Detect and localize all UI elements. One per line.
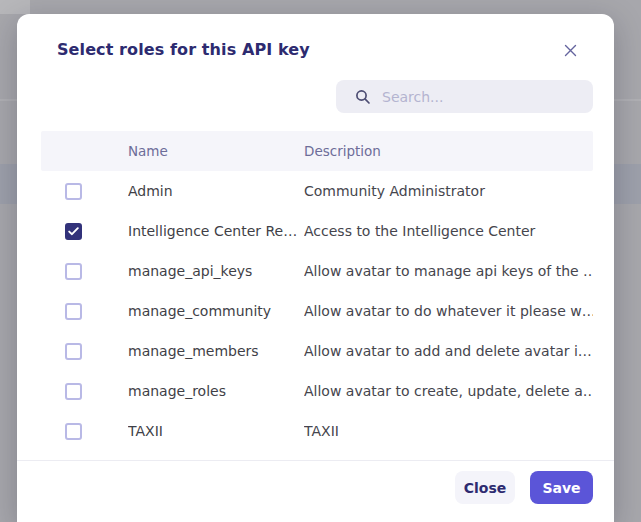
table-row: Intelligence Center Re… Access to the In… xyxy=(41,211,593,251)
role-checkbox[interactable] xyxy=(65,423,82,440)
save-button[interactable]: Save xyxy=(530,471,593,504)
table-header-row: Name Description xyxy=(41,131,593,171)
role-description: Allow avatar to manage api keys of the … xyxy=(304,263,593,279)
close-button[interactable]: Close xyxy=(455,471,515,504)
column-header-description: Description xyxy=(304,143,593,159)
role-name: TAXII xyxy=(128,423,304,439)
background-page-corner xyxy=(0,0,30,14)
role-description: Allow avatar to create, update, delete a… xyxy=(304,383,593,399)
role-checkbox[interactable] xyxy=(65,183,82,200)
role-name: manage_api_keys xyxy=(128,263,304,279)
table-row: manage_api_keys Allow avatar to manage a… xyxy=(41,251,593,291)
role-checkbox[interactable] xyxy=(65,223,82,240)
role-name: manage_members xyxy=(128,343,304,359)
close-dialog-button[interactable] xyxy=(559,39,581,61)
search-input[interactable] xyxy=(382,89,581,105)
column-header-name: Name xyxy=(128,143,304,159)
role-checkbox[interactable] xyxy=(65,263,82,280)
role-description: Community Administrator xyxy=(304,183,593,199)
role-name: Intelligence Center Re… xyxy=(128,223,304,239)
role-description: Access to the Intelligence Center xyxy=(304,223,593,239)
role-name: Admin xyxy=(128,183,304,199)
role-checkbox[interactable] xyxy=(65,343,82,360)
table-row: manage_roles Allow avatar to create, upd… xyxy=(41,371,593,411)
table-row: TAXII TAXII xyxy=(41,411,593,451)
role-checkbox[interactable] xyxy=(65,383,82,400)
table-row: manage_members Allow avatar to add and d… xyxy=(41,331,593,371)
checkmark-icon xyxy=(68,227,79,236)
search-icon xyxy=(355,89,382,105)
search-box xyxy=(336,80,593,113)
role-description: TAXII xyxy=(304,423,593,439)
role-description: Allow avatar to add and delete avatar i… xyxy=(304,343,593,359)
table-row: manage_community Allow avatar to do what… xyxy=(41,291,593,331)
table-body: Admin Community Administrator Intelligen… xyxy=(41,171,593,451)
select-roles-dialog: Select roles for this API key Name Descr… xyxy=(17,14,614,522)
role-description: Allow avatar to do whatever it please w… xyxy=(304,303,593,319)
roles-table: Name Description Admin Community Adminis… xyxy=(41,131,593,451)
dialog-footer: Close Save xyxy=(17,460,614,504)
dialog-header: Select roles for this API key xyxy=(17,14,614,59)
role-name: manage_roles xyxy=(128,383,304,399)
x-icon xyxy=(564,44,577,57)
role-checkbox[interactable] xyxy=(65,303,82,320)
role-name: manage_community xyxy=(128,303,304,319)
dialog-title: Select roles for this API key xyxy=(57,40,574,59)
table-row: Admin Community Administrator xyxy=(41,171,593,211)
